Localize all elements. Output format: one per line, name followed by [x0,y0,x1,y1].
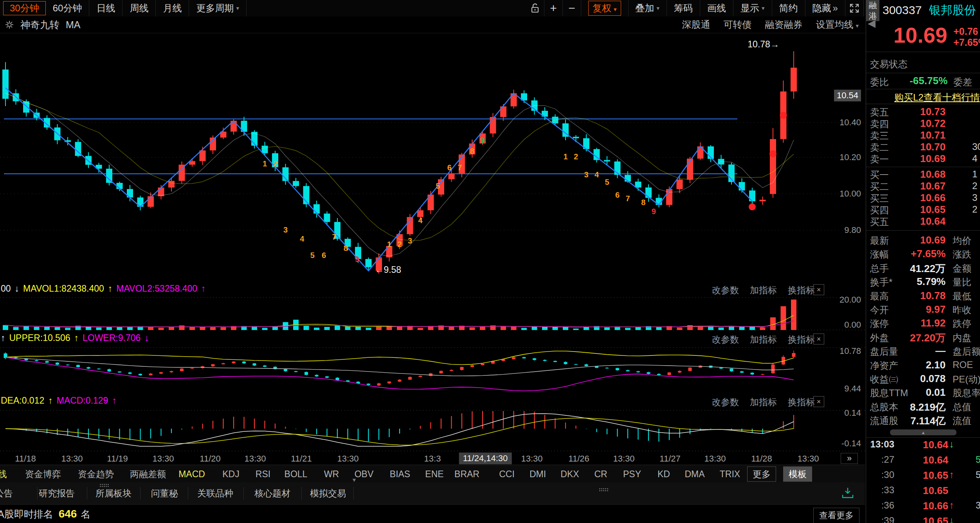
indicator-tab-MACD[interactable]: MACD [178,469,205,479]
indicator-tab-资金趋势[interactable]: 资金趋势 [78,468,114,480]
period-tab-月线[interactable]: 月线 [156,0,189,16]
action-换指标[interactable]: 换指标 [788,396,815,408]
ma-setting-dropdown[interactable]: 设置均线▾ [816,18,859,31]
action-加指标[interactable]: 加指标 [750,396,777,408]
action-换指标[interactable]: 换指标 [788,284,815,296]
view-more-button[interactable]: 查看更多 [813,508,859,523]
badge-融: 融 [866,0,879,11]
indicator-tab-WR[interactable]: WR [324,469,339,479]
stat-label-2: PE(动) [953,373,980,386]
tool-画线[interactable]: 画线 [700,0,733,16]
indicator-tab-DMA[interactable]: DMA [685,469,704,479]
gear-icon[interactable] [5,20,14,29]
svg-text:5: 5 [605,178,609,186]
action-加指标[interactable]: 加指标 [750,334,777,346]
xaxis-label: 13:30 [244,454,266,464]
period-tab-周线[interactable]: 周线 [122,0,156,16]
indicator-tab-CCI[interactable]: CCI [499,469,515,479]
drag-grip[interactable] [99,483,110,488]
svg-text:6: 6 [322,251,326,260]
action-改参数[interactable]: 改参数 [712,334,739,346]
l2-quote-link[interactable]: 购买L2查看十档行情 [894,91,980,104]
close-pane-icon[interactable]: × [813,284,824,295]
bid-row-volume: 1 [972,169,977,180]
indicator-tab-模板[interactable]: 模板 [783,466,812,482]
weibi-label: 委比 [870,76,889,88]
info-tab-模拟交易[interactable]: 模拟交易 [310,487,346,500]
indicator-tab-线[interactable]: 线 [0,468,7,480]
info-tab-研究报告[interactable]: 研究报告 [39,487,75,500]
indicator-tab-KDJ[interactable]: KDJ [222,469,239,479]
link-融资融券[interactable]: 融资融券 [765,18,802,31]
stat-label: 总股本 [870,401,898,413]
indicator-tab-KD[interactable]: KD [658,469,670,479]
lock-icon[interactable] [526,0,544,16]
ask-row-price: 10.69 [920,153,946,165]
stat-label-2: ROE [953,359,973,370]
fullscreen-icon[interactable] [845,0,864,16]
info-tab-所属板块[interactable]: 所属板块 [95,487,132,500]
main-indicator-label[interactable]: 神奇九转 [20,18,59,31]
info-tab-核心题材[interactable]: 核心题材 [254,487,290,500]
tool-隐藏[interactable]: 隐藏» [805,0,845,16]
indicator-tab-CR[interactable]: CR [594,469,607,479]
indicator-tab-DMI[interactable]: DMI [530,469,546,479]
info-tab-公告[interactable]: 公告 [0,487,13,500]
indicator-tab-DKX[interactable]: DKX [560,469,579,479]
expand-axis-button[interactable]: » [841,453,858,464]
back-arrow-icon[interactable]: ◀ [868,17,876,29]
stat-label-2: 盘后额 [953,345,980,358]
xaxis-label: 13:30 [704,454,726,464]
link-可转债[interactable]: 可转债 [723,18,751,31]
tool-−[interactable]: − [563,0,581,16]
panel-collapse-handle[interactable]: ▲ [890,429,957,435]
tool-+[interactable]: + [544,0,563,16]
stat-value: 5.79% [917,276,946,288]
tool-简约[interactable]: 简约 [772,0,805,16]
ma-label[interactable]: MA [66,19,81,31]
indicator-tab-BOLL[interactable]: BOLL [285,469,308,479]
svg-text:8: 8 [344,244,348,252]
stat-label-2: 昨收 [953,304,971,316]
export-icon[interactable] [841,486,855,500]
indicator-tab-BRAR[interactable]: BRAR [454,469,479,479]
close-pane-icon[interactable]: × [813,396,824,407]
stat-label: 最高 [870,290,889,303]
candlestick-chart[interactable]: 12345678912345678912345678910.78→←9.58 [0,33,865,452]
tool-叠加[interactable]: 叠加▾ [629,0,667,16]
link-深股通[interactable]: 深股通 [682,18,710,31]
tick-volume: 5 [976,470,980,480]
indicator-tab-TRIX[interactable]: TRIX [720,469,740,479]
tick-price: 10.65 [897,515,948,523]
period-tab-60分钟[interactable]: 60分钟 [46,0,90,16]
action-换指标[interactable]: 换指标 [788,334,815,346]
info-tab-关联品种[interactable]: 关联品种 [197,487,233,500]
close-pane-icon[interactable]: × [813,334,824,344]
indicator-tab-OBV[interactable]: OBV [355,469,374,479]
period-tab-更多周期[interactable]: 更多周期▾ [189,0,247,16]
indicator-tabs: 线资金博弈资金趋势两融差额MACDKDJRSIBOLLWROBVBIASENEB… [0,465,865,483]
period-tab-30分钟[interactable]: 30分钟 [3,1,46,15]
indicator-tab-更多[interactable]: 更多 [747,466,776,482]
action-加指标[interactable]: 加指标 [750,284,777,296]
drag-grip[interactable] [599,488,609,492]
tool-复权[interactable]: 复权▾ [581,0,629,16]
indicator-tab-ENE[interactable]: ENE [425,469,443,479]
info-tab-问董秘[interactable]: 问董秘 [151,487,178,500]
ask-row-volume: 30 [972,141,980,152]
tool-筹码[interactable]: 筹码 [667,0,700,16]
indicator-tab-RSI[interactable]: RSI [256,469,270,479]
bid-row-price: 10.64 [920,215,946,227]
action-改参数[interactable]: 改参数 [712,396,739,408]
tab-separator [301,487,302,500]
tab-separator [353,487,354,500]
stat-label-2: 最低 [953,290,971,303]
period-tab-日线[interactable]: 日线 [89,0,122,16]
indicator-tab-资金博弈[interactable]: 资金博弈 [25,468,61,480]
indicator-tab-BIAS[interactable]: BIAS [390,469,410,479]
volume-actions: 改参数加指标换指标 [712,284,815,296]
indicator-tab-PSY[interactable]: PSY [623,469,641,479]
indicator-tab-两融差额[interactable]: 两融差额 [130,468,166,480]
tool-显示[interactable]: 显示▾ [733,0,772,16]
action-改参数[interactable]: 改参数 [712,284,739,296]
